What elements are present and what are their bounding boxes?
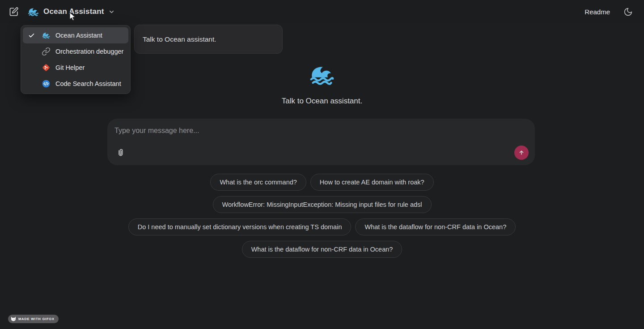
readme-link[interactable]: Readme [585, 8, 610, 16]
wave-icon [42, 31, 51, 40]
wave-logo [308, 64, 336, 86]
assistant-selector[interactable]: Ocean Assistant [27, 7, 115, 17]
dropdown-item-code-search-assistant[interactable]: Code Search Assistant [23, 76, 128, 92]
attach-file-button[interactable] [114, 147, 126, 158]
new-chat-button[interactable] [7, 5, 20, 18]
paperclip-icon [116, 148, 125, 158]
dropdown-item-orchestration-debugger[interactable]: Orchestration debugger [23, 43, 128, 60]
dropdown-item-ocean-assistant[interactable]: Ocean Assistant [23, 27, 128, 43]
chevron-down-icon [108, 9, 115, 15]
tooltip-text: Talk to Ocean assistant. [143, 35, 216, 43]
suggestion-chip[interactable]: What is the dataflow for non-CRF data in… [242, 241, 402, 258]
send-button[interactable] [514, 145, 529, 160]
wave-icon [27, 7, 39, 17]
theme-toggle-button[interactable] [622, 5, 634, 18]
page-title: Ocean Assistant [43, 7, 104, 16]
arrow-up-icon [518, 149, 525, 156]
made-with-gifox-badge: MADE WITH GIFOX [8, 315, 59, 323]
suggestion-row: WorkflowError: MissingInputException: Mi… [213, 196, 432, 213]
dropdown-item-label: Orchestration debugger [55, 48, 123, 55]
suggestion-row: What is the orc command?How to create AE… [210, 174, 433, 191]
git-icon [42, 63, 51, 72]
hero-text: Talk to Ocean assistant. [282, 97, 362, 106]
dropdown-item-label: Ocean Assistant [55, 32, 102, 39]
suggestion-row: What is the dataflow for non-CRF data in… [242, 241, 402, 258]
code-icon [42, 79, 51, 88]
fox-icon [11, 316, 16, 321]
dropdown-item-git-helper[interactable]: Git Helper [23, 60, 128, 76]
check-icon [28, 32, 42, 39]
square-pen-icon [8, 7, 19, 17]
badge-text: MADE WITH GIFOX [18, 317, 55, 321]
top-bar: Ocean Assistant Readme [0, 0, 644, 23]
suggestion-chip[interactable]: WorkflowError: MissingInputException: Mi… [213, 196, 432, 213]
suggestion-chip[interactable]: What is the dataflow for non-CRF data in… [355, 218, 516, 235]
dropdown-item-label: Code Search Assistant [55, 80, 121, 87]
suggestion-list: What is the orc command?How to create AE… [0, 174, 644, 258]
assistant-description-tooltip: Talk to Ocean assistant. [134, 25, 283, 54]
suggestion-row: Do I need to manually set dictionary ver… [128, 218, 516, 235]
suggestion-chip[interactable]: Do I need to manually set dictionary ver… [128, 218, 352, 235]
suggestion-chip[interactable]: How to create AE domain with roak? [310, 174, 434, 191]
assistant-dropdown-menu: Ocean Assistant Orchestration debugger G… [21, 25, 131, 94]
message-input[interactable] [114, 123, 528, 138]
suggestion-chip[interactable]: What is the orc command? [210, 174, 306, 191]
moon-icon [623, 7, 633, 17]
message-composer [107, 119, 535, 165]
dropdown-item-label: Git Helper [55, 64, 85, 71]
chain-link-icon [42, 47, 51, 56]
